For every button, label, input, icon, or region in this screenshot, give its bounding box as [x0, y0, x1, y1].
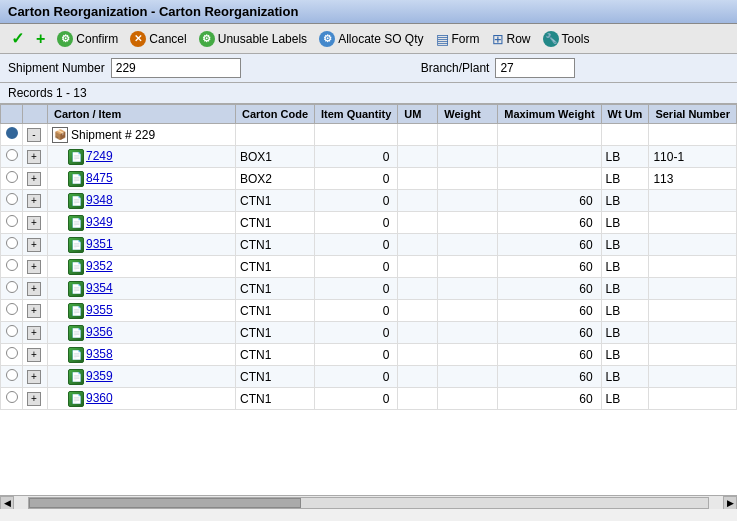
- radio-cell[interactable]: [1, 234, 23, 256]
- radio-cell[interactable]: [1, 124, 23, 146]
- expand-cell[interactable]: -: [23, 124, 48, 146]
- carton-item-cell[interactable]: 📄9354: [48, 278, 236, 300]
- scrollbar-area[interactable]: ◀ ▶: [0, 495, 737, 509]
- carton-item-cell[interactable]: 📄8475: [48, 168, 236, 190]
- item-label[interactable]: 9360: [86, 391, 113, 405]
- cancel-button[interactable]: ✕ Cancel: [125, 29, 191, 49]
- expand-cell[interactable]: +: [23, 278, 48, 300]
- expand-cell[interactable]: +: [23, 234, 48, 256]
- expand-icon[interactable]: +: [27, 260, 41, 274]
- expand-icon[interactable]: +: [27, 348, 41, 362]
- radio-button[interactable]: [6, 281, 18, 293]
- allocate-so-qty-button[interactable]: ⚙ Allocate SO Qty: [314, 29, 428, 49]
- radio-cell[interactable]: [1, 322, 23, 344]
- shipment-number-input[interactable]: [111, 58, 241, 78]
- expand-icon[interactable]: +: [27, 194, 41, 208]
- row-button[interactable]: ⊞ Row: [487, 29, 536, 49]
- radio-cell[interactable]: [1, 146, 23, 168]
- expand-icon[interactable]: -: [27, 128, 41, 142]
- carton-item-cell[interactable]: 📄9356: [48, 322, 236, 344]
- expand-cell[interactable]: +: [23, 168, 48, 190]
- carton-item-cell[interactable]: 📄9360: [48, 388, 236, 410]
- radio-button[interactable]: [6, 171, 18, 183]
- expand-icon[interactable]: +: [27, 150, 41, 164]
- radio-cell[interactable]: [1, 190, 23, 212]
- scrollbar-thumb[interactable]: [29, 498, 301, 508]
- radio-cell[interactable]: [1, 278, 23, 300]
- wt-um-cell: LB: [601, 300, 649, 322]
- radio-cell[interactable]: [1, 388, 23, 410]
- item-label[interactable]: 8475: [86, 171, 113, 185]
- scroll-right-arrow[interactable]: ▶: [723, 496, 737, 510]
- expand-cell[interactable]: +: [23, 300, 48, 322]
- shipment-number-label: Shipment Number: [8, 61, 105, 75]
- item-label[interactable]: 9359: [86, 369, 113, 383]
- expand-icon[interactable]: +: [27, 304, 41, 318]
- radio-button[interactable]: [6, 347, 18, 359]
- item-label[interactable]: 9351: [86, 237, 113, 251]
- radio-cell[interactable]: [1, 256, 23, 278]
- expand-icon[interactable]: +: [27, 238, 41, 252]
- expand-cell[interactable]: +: [23, 212, 48, 234]
- radio-button[interactable]: [6, 391, 18, 403]
- expand-icon[interactable]: +: [27, 172, 41, 186]
- item-label[interactable]: 9356: [86, 325, 113, 339]
- expand-icon[interactable]: +: [27, 392, 41, 406]
- expand-icon[interactable]: +: [27, 282, 41, 296]
- item-label[interactable]: 9358: [86, 347, 113, 361]
- expand-cell[interactable]: +: [23, 256, 48, 278]
- table-row: +📄9359CTN1060LB: [1, 366, 737, 388]
- form-button[interactable]: ▤ Form: [431, 29, 485, 49]
- shipment-label: Shipment # 229: [71, 127, 155, 141]
- radio-button[interactable]: [6, 259, 18, 271]
- carton-item-cell[interactable]: 📄9358: [48, 344, 236, 366]
- item-label[interactable]: 7249: [86, 149, 113, 163]
- tools-icon: 🔧: [543, 31, 559, 47]
- scroll-left-arrow[interactable]: ◀: [0, 496, 14, 510]
- expand-cell[interactable]: +: [23, 344, 48, 366]
- um-cell: [398, 300, 438, 322]
- radio-button[interactable]: [6, 369, 18, 381]
- radio-button[interactable]: [6, 237, 18, 249]
- item-label[interactable]: 9352: [86, 259, 113, 273]
- radio-cell[interactable]: [1, 344, 23, 366]
- carton-item-cell[interactable]: 📄9359: [48, 366, 236, 388]
- expand-cell[interactable]: +: [23, 190, 48, 212]
- radio-button[interactable]: [6, 215, 18, 227]
- radio-cell[interactable]: [1, 168, 23, 190]
- table-container[interactable]: Carton / Item Carton Code Item Quantity …: [0, 104, 737, 495]
- check-icon: ✓: [11, 29, 24, 48]
- radio-cell[interactable]: [1, 212, 23, 234]
- radio-cell[interactable]: [1, 300, 23, 322]
- item-label[interactable]: 9355: [86, 303, 113, 317]
- confirm-button[interactable]: ⚙ Confirm: [52, 29, 123, 49]
- scrollbar-track[interactable]: [28, 497, 709, 509]
- check-button[interactable]: ✓: [6, 27, 29, 50]
- expand-icon[interactable]: +: [27, 370, 41, 384]
- radio-cell[interactable]: [1, 366, 23, 388]
- radio-button[interactable]: [6, 127, 18, 139]
- carton-item-cell[interactable]: 📄9351: [48, 234, 236, 256]
- radio-button[interactable]: [6, 303, 18, 315]
- radio-button[interactable]: [6, 149, 18, 161]
- expand-cell[interactable]: +: [23, 322, 48, 344]
- tools-button[interactable]: 🔧 Tools: [538, 29, 595, 49]
- carton-item-cell[interactable]: 📄9355: [48, 300, 236, 322]
- unusable-labels-button[interactable]: ⚙ Unusable Labels: [194, 29, 312, 49]
- expand-icon[interactable]: +: [27, 326, 41, 340]
- carton-item-cell[interactable]: 📄9349: [48, 212, 236, 234]
- expand-cell[interactable]: +: [23, 366, 48, 388]
- expand-icon[interactable]: +: [27, 216, 41, 230]
- carton-item-cell[interactable]: 📄9352: [48, 256, 236, 278]
- item-label[interactable]: 9354: [86, 281, 113, 295]
- radio-button[interactable]: [6, 193, 18, 205]
- carton-item-cell[interactable]: 📄7249: [48, 146, 236, 168]
- item-label[interactable]: 9348: [86, 193, 113, 207]
- expand-cell[interactable]: +: [23, 146, 48, 168]
- add-button[interactable]: +: [31, 28, 50, 50]
- carton-item-cell[interactable]: 📄9348: [48, 190, 236, 212]
- item-label[interactable]: 9349: [86, 215, 113, 229]
- expand-cell[interactable]: +: [23, 388, 48, 410]
- branch-plant-input[interactable]: [495, 58, 575, 78]
- radio-button[interactable]: [6, 325, 18, 337]
